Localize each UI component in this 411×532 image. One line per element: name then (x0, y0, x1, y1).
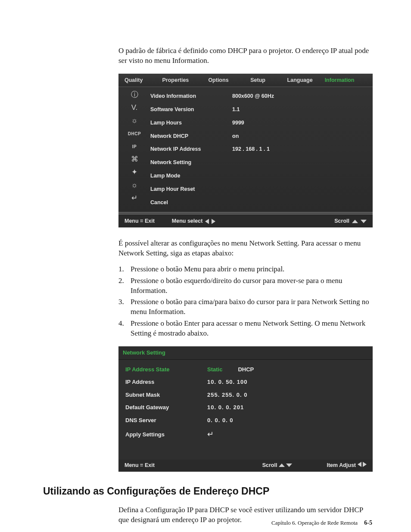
osd-item-label[interactable]: Network IP Address (150, 143, 232, 156)
enter-icon: ↵ (207, 429, 214, 439)
osd-item-label[interactable]: Network Setting (150, 156, 232, 169)
row-label: IP Address (125, 378, 207, 386)
footer-chapter: Capítulo 6. Operação de Rede Remota (271, 520, 358, 526)
return-icon: ↵ (129, 194, 140, 203)
row-label: Default Gateway (125, 404, 207, 411)
osd-icon-column: ⓘ V. ☼ DHCP IP ⌘ ✦ ☼ ↵ (118, 87, 150, 212)
option-dhcp[interactable]: DHCP (238, 366, 254, 373)
osd-item-value (232, 169, 373, 183)
osd-item-label[interactable]: Lamp Mode (150, 169, 232, 183)
steps-list: 1.Pressione o botão Menu para abrir o me… (118, 264, 372, 339)
osd-item-value: on (232, 130, 373, 143)
triangle-left-icon (205, 219, 209, 224)
triangle-left-icon (358, 462, 361, 467)
status-exit: Menu = Exit (125, 218, 155, 225)
mid-paragraph: É possível alterar as configurações no m… (118, 239, 372, 258)
status-select: Menu select (172, 218, 203, 225)
triangle-up-icon (352, 220, 358, 223)
tab-options[interactable]: Options (202, 74, 234, 87)
row-value: 255. 255. 0. 0 (207, 391, 248, 399)
osd-item-value: 9999 (232, 116, 373, 130)
row-label: DNS Server (125, 417, 207, 424)
row-ip-address[interactable]: IP Address 10. 0. 50. 100 (125, 376, 366, 389)
step-number: 2. (118, 276, 126, 296)
osd-item-label[interactable]: Lamp Hours (150, 116, 232, 130)
row-apply-settings[interactable]: Apply Settings ↵ (125, 426, 366, 442)
lamp-icon: ☼ (129, 116, 140, 126)
step-number: 4. (118, 319, 126, 339)
osd-tabs: Quality Properties Options Setup Languag… (118, 74, 373, 87)
tab-quality[interactable]: Quality (118, 74, 149, 87)
osd-information-menu: Quality Properties Options Setup Languag… (118, 74, 373, 227)
osd2-title: Network Setting (118, 346, 373, 360)
info-icon: ⓘ (129, 90, 140, 100)
row-subnet-mask[interactable]: Subnet Mask 255. 255. 0. 0 (125, 389, 366, 401)
step-text: Pressione o botão esquerdo/direito do cu… (131, 276, 372, 296)
osd-item-value (232, 196, 373, 209)
dhcp-icon: DHCP (129, 129, 140, 139)
tab-setup[interactable]: Setup (235, 74, 281, 87)
osd-statusbar: Menu = Exit Menu select Scroll (118, 215, 373, 227)
osd-items: Video Information800x600 @ 60Hz Software… (150, 87, 373, 212)
tab-properties[interactable]: Properties (149, 74, 202, 87)
step-number: 3. (118, 297, 126, 317)
step-text: Pressione o botão Enter para acessar o m… (131, 319, 372, 339)
page-footer: Capítulo 6. Operação de Rede Remota 6-5 (271, 519, 372, 527)
row-dns-server[interactable]: DNS Server 0. 0. 0. 0 (125, 414, 366, 427)
tab-language[interactable]: Language (281, 74, 319, 87)
option-static[interactable]: Static (207, 366, 222, 373)
step-text: Pressione o botão para cima/para baixo d… (131, 297, 372, 317)
osd2-statusbar: Menu = Exit Scroll Item Adjust (118, 460, 373, 472)
row-label: Apply Settings (125, 431, 207, 439)
osd-item-label[interactable]: Lamp Hour Reset (150, 183, 232, 196)
osd-item-value (232, 183, 373, 196)
step-number: 1. (118, 264, 126, 274)
status-scroll: Scroll (334, 218, 349, 225)
triangle-up-icon (279, 464, 285, 467)
network-icon: ⌘ (129, 155, 140, 165)
row-value: 0. 0. 0. 0 (207, 417, 234, 424)
row-value: 10. 0. 0. 201 (207, 404, 244, 411)
osd-item-label[interactable]: Software Version (150, 103, 232, 116)
osd-item-label[interactable]: Video Information (150, 90, 232, 103)
row-ip-address-state[interactable]: IP Address State Static DHCP (125, 363, 366, 376)
osd-item-value (232, 156, 373, 169)
row-label: IP Address State (125, 366, 207, 373)
triangle-right-icon (212, 219, 215, 224)
row-label: Subnet Mask (125, 391, 207, 399)
osd-item-label[interactable]: Cancel (150, 196, 232, 209)
osd-item-value: 800x600 @ 60Hz (232, 90, 373, 103)
footer-page-number: 6-5 (364, 520, 372, 526)
osd-item-label[interactable]: Network DHCP (150, 130, 232, 143)
section-heading: Utilizando as Configurações de Endereço … (43, 485, 372, 498)
triangle-right-icon (363, 462, 367, 467)
status-scroll: Scroll (262, 462, 277, 468)
tab-information[interactable]: Information (319, 74, 361, 87)
triangle-down-icon (361, 220, 367, 223)
version-icon: V. (129, 103, 140, 113)
osd-item-value: 192 . 168 . 1 . 1 (232, 143, 373, 156)
lampreset-icon: ☼ (129, 181, 140, 190)
osd-item-value: 1.1 (232, 103, 373, 116)
triangle-down-icon (286, 464, 292, 467)
ip-icon: IP (129, 142, 140, 152)
lampmode-icon: ✦ (129, 168, 140, 177)
step-text: Pressione o botão Menu para abrir o menu… (131, 264, 284, 274)
intro-paragraph: O padrão de fábrica é definido como DHCP… (118, 46, 372, 66)
row-value: 10. 0. 50. 100 (207, 378, 248, 386)
status-adjust: Item Adjust (327, 462, 356, 468)
row-default-gateway[interactable]: Default Gateway 10. 0. 0. 201 (125, 401, 366, 414)
status-exit: Menu = Exit (125, 462, 155, 468)
osd-network-setting: Network Setting IP Address State Static … (118, 346, 373, 472)
